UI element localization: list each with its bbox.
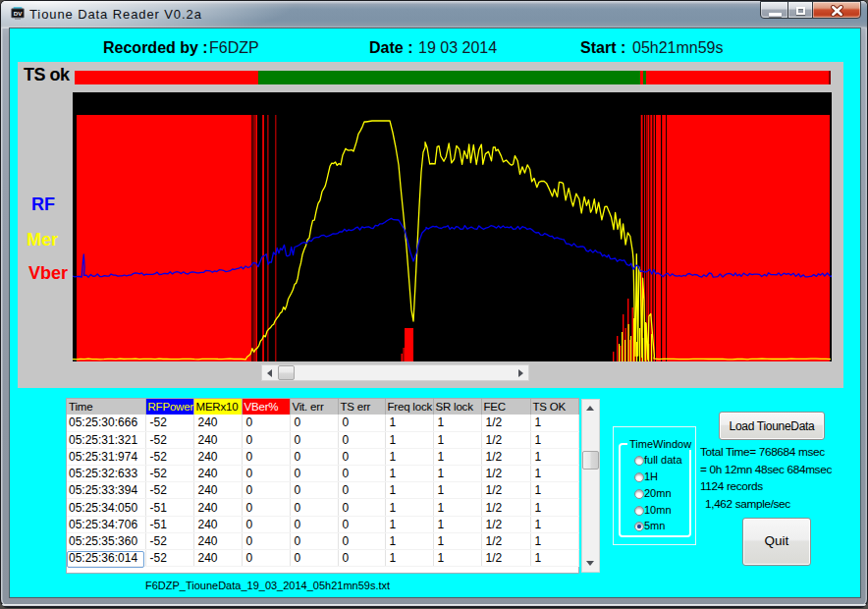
svg-text:DV: DV — [14, 10, 23, 17]
